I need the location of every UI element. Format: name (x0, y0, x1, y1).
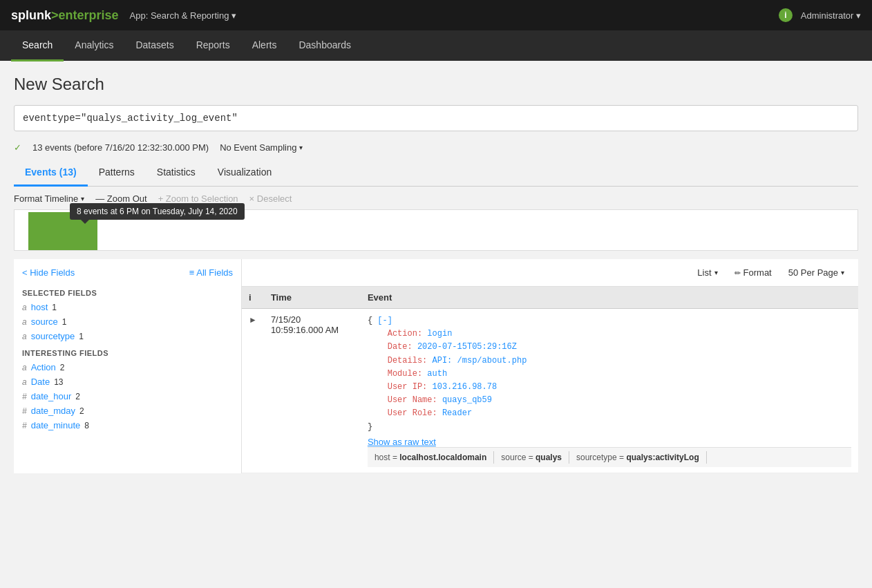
th-i: i (242, 287, 264, 309)
zoom-out-button[interactable]: — Zoom Out (95, 193, 146, 204)
per-page-button[interactable]: 50 Per Page ▾ (783, 265, 850, 281)
selected-fields-title: SELECTED FIELDS (14, 283, 241, 300)
search-box-container (14, 105, 858, 131)
field-sourcetype[interactable]: a sourcetype 1 (14, 329, 241, 343)
meta-host: host = localhost.localdomain (375, 451, 494, 464)
sidebar: < Hide Fields ≡ All Fields SELECTED FIEL… (14, 259, 242, 473)
sampling-button[interactable]: No Event Sampling ▾ (220, 142, 303, 153)
field-host[interactable]: a host 1 (14, 300, 241, 314)
timeline-chart[interactable]: 8 events at 6 PM on Tuesday, July 14, 20… (14, 209, 858, 251)
interesting-fields-title: INTERESTING FIELDS (14, 343, 241, 360)
results-area: List ▾ Format 50 Per Page ▾ i Time (242, 259, 858, 473)
format-button[interactable]: Format (729, 265, 777, 281)
field-source[interactable]: a source 1 (14, 314, 241, 329)
meta-source: source = qualys (494, 451, 569, 464)
deselect-button[interactable]: × Deselect (249, 193, 292, 204)
results-toolbar: List ▾ Format 50 Per Page ▾ (242, 259, 858, 287)
event-meta: host = localhost.localdomain source = qu… (368, 447, 851, 467)
format-timeline-button[interactable]: Format Timeline ▾ (14, 193, 84, 204)
expand-row-button[interactable]: ► (249, 315, 257, 325)
tab-visualization[interactable]: Visualization (207, 160, 283, 187)
th-event: Event (361, 287, 858, 309)
nav-analytics[interactable]: Analytics (64, 30, 124, 61)
field-action[interactable]: a Action 2 (14, 360, 241, 374)
field-date-minute[interactable]: # date_minute 8 (14, 418, 241, 433)
admin-menu[interactable]: Administrator ▾ (801, 10, 861, 21)
tab-patterns[interactable]: Patterns (88, 160, 146, 187)
nav-dashboards[interactable]: Dashboards (287, 30, 362, 61)
event-time: 7/15/2010:59:16.000 AM (264, 309, 361, 473)
nav-reports[interactable]: Reports (185, 30, 241, 61)
top-bar: splunk>enterprise App: Search & Reportin… (0, 0, 872, 30)
tab-events[interactable]: Events (13) (14, 160, 88, 187)
pencil-icon (734, 267, 741, 278)
meta-sourcetype: sourcetype = qualys:activityLog (569, 451, 707, 464)
event-cell: { [-] Action: login Date: 2020-07-15T05:… (368, 314, 851, 434)
zoom-to-selection-button[interactable]: + Zoom to Selection (158, 193, 238, 204)
main-layout: < Hide Fields ≡ All Fields SELECTED FIEL… (14, 259, 858, 473)
info-icon[interactable]: i (779, 8, 793, 22)
events-summary: ✓ 13 events (before 7/16/20 12:32:30.000… (14, 138, 858, 160)
nav-alerts[interactable]: Alerts (241, 30, 288, 61)
check-icon: ✓ (14, 142, 21, 153)
app-selector[interactable]: App: Search & Reporting ▾ (130, 10, 236, 21)
events-count-text: 13 events (before 7/16/20 12:32:30.000 P… (32, 142, 209, 153)
th-time: Time (264, 287, 361, 309)
tab-statistics[interactable]: Statistics (146, 160, 207, 187)
field-date-hour[interactable]: # date_hour 2 (14, 389, 241, 404)
field-date[interactable]: a Date 13 (14, 374, 241, 389)
list-button[interactable]: List ▾ (692, 265, 723, 281)
nav-datasets[interactable]: Datasets (124, 30, 184, 61)
field-date-mday[interactable]: # date_mday 2 (14, 404, 241, 418)
results-table: i Time Event ► 7/15/2010:59:16.000 AM (242, 287, 858, 473)
table-row: ► 7/15/2010:59:16.000 AM { [-] Action: l… (242, 309, 858, 473)
splunk-logo: splunk>enterprise (11, 8, 119, 23)
hide-fields-button[interactable]: < Hide Fields (22, 267, 75, 278)
nav-bar: Search Analytics Datasets Reports Alerts… (0, 30, 872, 61)
timeline-tooltip: 8 events at 6 PM on Tuesday, July 14, 20… (70, 203, 245, 220)
tabs-bar: Events (13) Patterns Statistics Visualiz… (14, 160, 858, 187)
page-title: New Search (14, 75, 858, 94)
show-raw-text-link[interactable]: Show as raw text (368, 437, 851, 447)
search-input[interactable] (23, 113, 849, 124)
event-content: { [-] Action: login Date: 2020-07-15T05:… (361, 309, 858, 473)
nav-search[interactable]: Search (11, 30, 64, 61)
sampling-caret: ▾ (299, 144, 303, 151)
all-fields-button[interactable]: ≡ All Fields (189, 267, 233, 278)
page-content: New Search ✓ 13 events (before 7/16/20 1… (0, 61, 872, 473)
